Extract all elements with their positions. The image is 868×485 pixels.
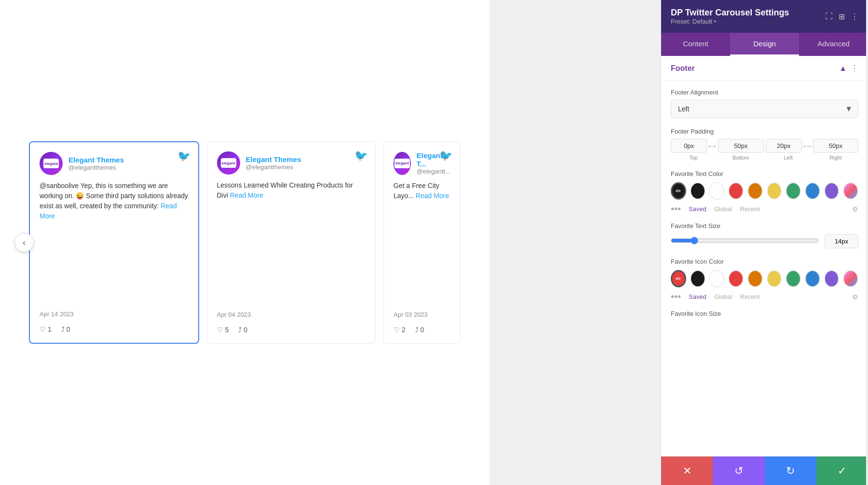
link-left-icon[interactable]: ⟷ [803,143,811,149]
icon-color-green[interactable] [786,270,801,287]
tweet-card-2: 🐦 elegant Elegant Themes @elegantthemes … [207,141,376,344]
text-color-active-swatch[interactable]: ✏ [671,182,686,200]
redo-button[interactable]: ↻ [765,457,816,485]
cancel-icon: ✕ [683,465,692,477]
icon-pen-icon: ✏ [676,275,681,283]
heart-icon-1: ♡ [40,325,46,333]
prev-button[interactable]: ‹ [14,233,34,252]
icon-color-active-swatch[interactable]: ✏ [671,270,686,287]
tab-advanced[interactable]: Advanced [799,33,868,56]
panel-preset: Preset: Default • [671,18,789,25]
avatar-text-3: elegant [395,161,409,165]
share-icon-2: ⤴ [238,326,242,334]
icon-color-orange[interactable] [747,270,763,287]
text-color-settings-icon[interactable]: ⚙ [852,205,858,213]
text-color-green[interactable] [786,182,801,200]
card-header-1: elegant Elegant Themes @elegantthemes [40,152,189,175]
text-size-input[interactable] [825,234,858,248]
read-more-3[interactable]: Read More [416,192,449,200]
tweet-card-3: 🐦 elegant Elegant T... @elegantt... Get … [383,141,461,344]
icon-color-global[interactable]: Global [714,293,732,300]
twitter-icon-1: 🐦 [177,150,190,162]
icon-color-teal[interactable] [805,270,820,287]
save-button[interactable]: ✓ [816,457,868,485]
cancel-button[interactable]: ✕ [661,457,713,485]
icon-color-more[interactable]: ••• [671,291,681,302]
tweet-text-2: Lessons Learned While Creating Products … [217,180,366,305]
padding-right-input[interactable] [813,139,858,153]
section-menu-icon[interactable]: ⋮ [851,64,858,73]
padding-left-cell: ⟷ Left [766,139,811,161]
handle-1: @elegantthemes [68,164,124,171]
padding-right-label: Right [829,155,842,161]
tweet-card-1: 🐦 elegant Elegant Themes @elegantthemes … [29,141,199,344]
read-more-2[interactable]: Read More [230,191,263,199]
text-color-teal[interactable] [805,182,820,200]
heart-icon-2: ♡ [217,326,223,334]
padding-grid: ⟷ Top Bottom ⟷ Left Right [671,139,858,161]
padding-top-cell: ⟷ Top [671,139,716,161]
main-content: ‹ 🐦 elegant Elegant Themes @eleganttheme… [0,0,489,485]
icon-color-recent[interactable]: Recent [740,293,760,300]
twitter-icon-2: 🐦 [354,149,367,162]
avatar-text-2: elegant [221,161,235,165]
panel-icons: ⛶ ⊞ ⋮ [825,12,858,21]
avatar-2: elegant [217,151,240,175]
text-color-white[interactable] [709,182,724,200]
link-top-icon[interactable]: ⟷ [708,143,716,149]
shares-3: ⤴ 0 [415,326,424,334]
tweet-date-2: Apr 04 2023 [217,311,366,318]
layout-icon[interactable]: ⊞ [839,12,845,21]
text-color-black[interactable] [690,182,705,200]
footer-alignment-select[interactable]: Left Center Right [671,100,858,118]
padding-left-input[interactable] [766,139,802,153]
footer-alignment-wrapper: Left Center Right ▼ [671,100,858,118]
text-color-global[interactable]: Global [714,205,732,213]
panel-title-section: DP Twitter Carousel Settings Preset: Def… [671,8,789,25]
icon-color-purple[interactable] [824,270,840,287]
avatar-3: elegant [393,152,411,175]
text-color-gradient[interactable] [843,182,858,200]
text-size-slider[interactable] [671,237,819,244]
panel-title: DP Twitter Carousel Settings [671,8,789,18]
icon-color-tabs: ••• Saved Global Recent ⚙ [671,291,858,302]
text-color-orange[interactable] [747,182,763,200]
fullscreen-icon[interactable]: ⛶ [825,12,833,21]
text-color-recent[interactable]: Recent [740,205,760,213]
icon-color-red[interactable] [728,270,744,287]
more-options-icon[interactable]: ⋮ [851,12,858,21]
shares-2: ⤴ 0 [238,326,247,334]
icon-color-white[interactable] [709,270,724,287]
icon-color-yellow[interactable] [767,270,782,287]
text-color-more[interactable]: ••• [671,203,681,215]
tweet-date-3: Apr 03 2023 [393,311,450,318]
favorite-text-size-label: Favorite Text Size [671,222,858,229]
section-header: Footer ▲ ⋮ [661,56,868,81]
collapse-icon[interactable]: ▲ [839,64,847,73]
text-color-yellow[interactable] [767,182,782,200]
padding-top-input[interactable] [671,139,707,153]
reset-button[interactable]: ↺ [713,457,764,485]
text-color-purple[interactable] [824,182,840,200]
padding-right-cell: Right [813,139,858,161]
tweet-actions-1: ♡ 1 ⤴ 0 [40,325,189,333]
cards-container: 🐦 elegant Elegant Themes @elegantthemes … [29,141,461,344]
twitter-icon-3: 🐦 [439,149,452,162]
padding-bottom-input[interactable] [718,139,763,153]
icon-color-gradient[interactable] [843,270,858,287]
favorite-icon-color-label: Favorite Icon Color [671,258,858,265]
likes-1: ♡ 1 [40,325,52,333]
text-color-saved[interactable]: Saved [689,205,706,213]
tab-content[interactable]: Content [661,33,730,56]
section-title: Footer [671,64,695,73]
text-size-slider-wrapper [671,237,819,246]
tweet-actions-3: ♡ 2 ⤴ 0 [393,326,450,334]
tab-design[interactable]: Design [730,33,799,56]
icon-color-saved[interactable]: Saved [689,293,706,300]
reset-icon: ↺ [734,465,743,477]
settings-panel: DP Twitter Carousel Settings Preset: Def… [661,0,868,485]
text-color-red[interactable] [728,182,744,200]
icon-color-black[interactable] [690,270,705,287]
share-icon-3: ⤴ [415,326,419,334]
icon-color-settings-icon[interactable]: ⚙ [852,293,858,301]
